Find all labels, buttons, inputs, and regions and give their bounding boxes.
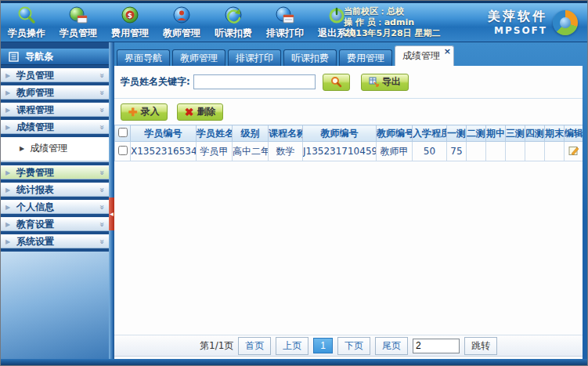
student-name-keyword-input[interactable] [193, 74, 316, 89]
search-icon [330, 76, 342, 88]
col-test2: 二测 [467, 125, 486, 142]
col-grade: 级别 [233, 125, 269, 142]
col-edit: 编辑 [565, 125, 583, 142]
triangle-right-icon: ▶ [5, 107, 16, 114]
export-button[interactable]: 导出 [361, 74, 409, 91]
brand-name-cn: 美萍软件 [488, 9, 547, 25]
sidebar-item-student-manage[interactable]: ▶ 学员管理 » [1, 68, 109, 82]
col-teacher-id-2: 教师编号 [377, 125, 413, 142]
toolbar-item-teacher-manage[interactable]: 教师管理 [156, 3, 207, 42]
sidebar-collapse-handle[interactable]: ◀ [109, 197, 114, 230]
col-entry-level: 入学程度 [413, 125, 447, 142]
triangle-right-icon: ▶ [5, 89, 16, 96]
search-keyword-label: 学员姓名关键字: [121, 75, 190, 89]
toolbar-item-fee-manage[interactable]: $ 费用管理 [104, 3, 156, 42]
session-operator: 操 作 员：admin [344, 17, 440, 28]
tab-score-manage-active[interactable]: 成绩管理 × [395, 45, 454, 66]
chevron-expand-icon: » [97, 125, 106, 129]
cell-teacher-name: 教师甲 [377, 142, 413, 161]
next-page-button[interactable]: 下页 [337, 337, 370, 355]
tab-fee-manage[interactable]: 费用管理 [339, 49, 392, 66]
brand-logo: 美萍软件 MPSOFT [488, 9, 578, 36]
chevron-expand-icon: » [97, 239, 106, 244]
sidebar-item-label: 个人信息 [16, 201, 99, 214]
export-icon [369, 77, 379, 87]
triangle-right-icon: ▶ [5, 169, 16, 176]
add-record-button[interactable]: ✚ 录入 [121, 103, 168, 121]
triangle-right-icon: ▶ [20, 145, 24, 152]
triangle-right-icon: ▶ [5, 238, 16, 245]
toolbar-label: 费用管理 [111, 27, 149, 40]
toolbar-item-lesson-fee[interactable]: 听课扣费 [207, 3, 259, 42]
campus-label: 当前校区： [344, 6, 387, 16]
tab-close-icon[interactable]: × [444, 47, 451, 56]
jump-page-input[interactable] [413, 339, 460, 353]
sidebar-item-label: 学费管理 [16, 166, 99, 179]
main-frame: 界面导航 教师管理 排课打印 听课扣费 费用管理 成绩管理 × 学员姓名关键字: [114, 42, 587, 359]
sidebar-item-label: 统计报表 [16, 183, 99, 197]
app-window: 学员操作 学员管理 $ 费用管理 教师管理 听课扣费 排课打印 退出系统 当前校… [0, 0, 588, 366]
tab-interface-nav[interactable]: 界面导航 [117, 49, 170, 66]
brand-name-en: MPSOFT [488, 25, 547, 36]
cell-course: 数学 [269, 142, 303, 161]
prev-page-button[interactable]: 上页 [276, 337, 308, 355]
sidebar-item-label: 成绩管理 [16, 121, 99, 134]
triangle-right-icon: ▶ [5, 72, 16, 79]
col-teacher-id: 教师编号 [303, 125, 377, 142]
col-final: 期末 [545, 125, 565, 142]
row-select-checkbox[interactable] [118, 146, 128, 155]
select-all-checkbox[interactable] [118, 128, 128, 137]
jump-button[interactable]: 跳转 [464, 337, 497, 355]
cell-test2 [467, 142, 486, 161]
sidebar-item-statistics-report[interactable]: ▶ 统计报表 » [1, 183, 109, 197]
magnifier-icon [16, 5, 37, 26]
sidebar-item-education-settings[interactable]: ▶ 教育设置 » [1, 217, 109, 231]
triangle-right-icon: ▶ [5, 204, 16, 211]
table-empty-area [114, 161, 583, 335]
tab-teacher-manage[interactable]: 教师管理 [172, 49, 225, 66]
toolbar-item-student-operate[interactable]: 学员操作 [1, 3, 52, 42]
delete-record-label: 删除 [197, 105, 215, 118]
sidebar-subitem-score-manage[interactable]: ▶ 成绩管理 [1, 142, 109, 155]
chevron-expand-icon: » [97, 205, 106, 209]
col-test4: 四测 [525, 125, 545, 142]
first-page-button[interactable]: 首页 [238, 337, 271, 355]
schedule-print-globe-icon [275, 5, 295, 26]
table-header-row: 学员编号 学员姓名 级别 课程名称 教师编号 教师编号 入学程度 一测 二测 期… [115, 125, 583, 142]
sidebar-submenu: ▶ 成绩管理 [1, 137, 109, 162]
col-student-name: 学员姓名 [197, 125, 233, 142]
chevron-expand-icon: » [97, 107, 106, 112]
tab-schedule-print[interactable]: 排课打印 [228, 49, 281, 66]
toolbar-label: 排课打印 [266, 27, 304, 40]
sidebar-item-tuition-manage[interactable]: ▶ 学费管理 » [1, 165, 109, 179]
tab-label: 听课扣费 [291, 52, 329, 65]
search-button[interactable] [323, 74, 350, 91]
sidebar-item-system-settings[interactable]: ▶ 系统设置 » [1, 234, 109, 248]
teacher-globe-icon [171, 5, 192, 26]
sidebar-item-teacher-manage[interactable]: ▶ 教师管理 » [1, 85, 109, 100]
col-test3: 三测 [506, 125, 525, 142]
delete-record-button[interactable]: ✖ 删除 [177, 103, 224, 121]
cell-grade: 高中二年级 [233, 142, 269, 161]
sidebar-item-score-manage[interactable]: ▶ 成绩管理 » [1, 120, 109, 134]
chevron-expand-icon: » [97, 222, 106, 226]
col-test1: 一测 [447, 125, 467, 142]
toolbar-item-student-manage[interactable]: 学员管理 [52, 3, 104, 42]
triangle-left-icon: ◀ [110, 212, 114, 216]
chevron-expand-icon: » [97, 187, 106, 192]
notepad-icon [9, 52, 19, 62]
last-page-button[interactable]: 尾页 [375, 337, 408, 355]
current-page-button[interactable]: 1 [313, 338, 333, 353]
sidebar-item-course-manage[interactable]: ▶ 课程管理 » [1, 103, 109, 117]
cell-student-id: X135231653406 [131, 142, 197, 161]
student-globe-icon [68, 5, 88, 26]
sidebar-splitter: ◀ [109, 42, 114, 359]
tab-label: 成绩管理 [402, 49, 440, 63]
tab-lesson-fee[interactable]: 听课扣费 [283, 49, 337, 66]
sidebar-item-personal-info[interactable]: ▶ 个人信息 » [1, 200, 109, 214]
edit-icon[interactable] [568, 145, 579, 156]
delete-x-icon: ✖ [185, 107, 194, 118]
toolbar-item-schedule-print[interactable]: 排课打印 [259, 3, 311, 42]
svg-text:$: $ [128, 12, 132, 20]
cell-entry-level: 50 [413, 142, 447, 161]
